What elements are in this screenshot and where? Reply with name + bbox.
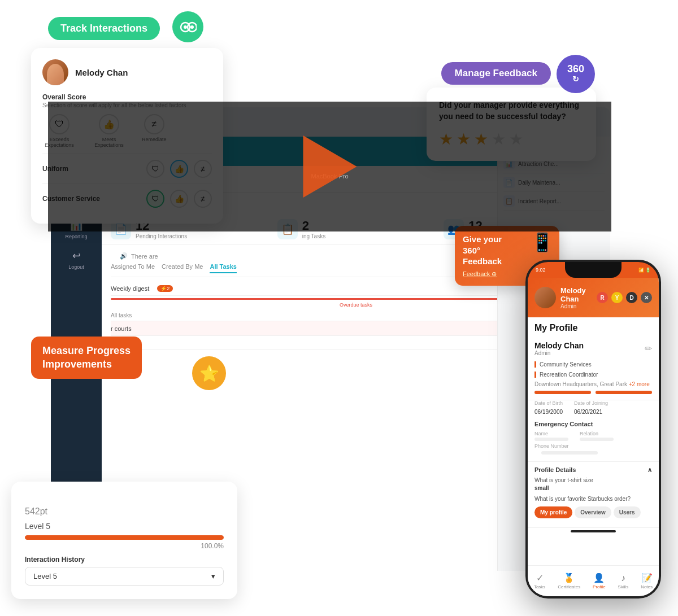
nav-notes[interactable]: 📝 Notes — [641, 573, 653, 589]
tab-assigned-to-me[interactable]: Assigned To Me — [111, 263, 155, 273]
phone-user-name: Melody Chan — [560, 286, 592, 303]
svg-point-3 — [190, 25, 194, 29]
progress-card: 542pt Level 5 100.0% Interaction History… — [11, 482, 237, 599]
tab-overview[interactable]: Overview — [575, 506, 611, 518]
phone-number-label: Phone Number — [534, 443, 652, 449]
profile-details-section: Profile Details ∧ What is your t-shirt s… — [528, 462, 659, 528]
header-icon-d[interactable]: D — [626, 292, 637, 303]
emergency-section: Emergency Contact Name Relation Phone Nu… — [528, 421, 659, 462]
contact-phone-bar — [596, 391, 652, 394]
user-name: Melody Chan — [75, 68, 128, 77]
play-button[interactable] — [303, 136, 357, 198]
svg-point-1 — [184, 25, 187, 29]
nav-tasks[interactable]: ✓ Tasks — [534, 573, 545, 589]
history-select[interactable]: Level 5 ▾ — [25, 567, 224, 586]
star-badge: ⭐ — [192, 356, 226, 390]
score-label: Overall Score — [42, 93, 212, 101]
phone-number-bar — [541, 451, 598, 455]
track-interactions-icon — [172, 11, 203, 42]
phone-frame: 9:02 📶 🔋 Melody Chan Admin R Y D ✕ My Pr… — [525, 260, 661, 598]
phone-orange-header: Melody Chan Admin R Y D ✕ — [528, 278, 659, 317]
measure-progress-badge: Measure Progress Improvements — [31, 337, 142, 379]
tab-users[interactable]: Users — [614, 506, 641, 518]
tab-all-tasks[interactable]: All Tasks — [210, 263, 237, 273]
phone-header-text: Melody Chan Admin — [560, 286, 592, 309]
interaction-history-label: Interaction History — [25, 556, 224, 563]
phone-profile-tabs: My profile Overview Users — [534, 506, 652, 518]
header-icon-y[interactable]: Y — [611, 292, 623, 303]
phone-bottom-nav: ✓ Tasks 🏅 Certificates 👤 Profile ♪ Skill… — [528, 565, 659, 596]
nav-skills[interactable]: ♪ Skills — [618, 573, 629, 589]
phone-indicator — [571, 530, 616, 532]
phone-user-role: Admin — [560, 303, 592, 309]
video-overlay[interactable]: MacBook Pro — [48, 102, 611, 231]
date-row: Date of Birth 06/19/2000 Date of Joining… — [528, 400, 659, 421]
track-interactions-badge: Track Interactions — [48, 17, 160, 40]
profile-name: Melody Chan — [534, 341, 584, 350]
pd-q2: What is your favorite Starbucks order? — [534, 496, 652, 502]
progress-points: 542pt — [25, 495, 224, 519]
badge-360: 360 ↻ — [557, 55, 595, 93]
phone-notch — [565, 262, 621, 278]
progress-level: Level 5 — [25, 522, 224, 531]
progress-bar-fill — [25, 535, 224, 540]
header-icon-r[interactable]: R — [597, 292, 608, 303]
emergency-label: Emergency Contact — [534, 421, 652, 427]
phone-content: Melody Chan Admin R Y D ✕ My Profile Mel… — [528, 278, 659, 596]
pd-q1: What is your t-shirt size — [534, 477, 652, 483]
edit-icon[interactable]: ✏ — [645, 343, 652, 354]
manage-feedback-badge: Manage Feedback — [441, 62, 551, 85]
collapse-icon[interactable]: ∧ — [647, 466, 652, 474]
pd-a1: small — [534, 485, 652, 491]
phone-avatar — [534, 287, 556, 308]
sidebar-item-logout[interactable]: ↩ Logout — [54, 245, 99, 274]
tab-created-by-me[interactable]: Created By Me — [162, 263, 203, 273]
contact-email-bar — [534, 391, 591, 394]
progress-pct: 100.0% — [25, 542, 224, 550]
phone-emoji-icon: 📱 — [531, 231, 554, 253]
nav-profile[interactable]: 👤 Profile — [593, 573, 606, 589]
profile-dept1: Community Services — [534, 361, 592, 368]
tab-my-profile[interactable]: My profile — [534, 506, 572, 518]
avatar — [42, 59, 68, 85]
header-icon-x[interactable]: ✕ — [641, 292, 652, 303]
profile-sub: Admin — [534, 350, 584, 356]
profile-location: Downtown Headquarters, Great Park +2 mor… — [534, 381, 652, 387]
my-profile-title: My Profile — [528, 317, 659, 335]
nav-certificates[interactable]: 🏅 Certificates — [558, 573, 580, 589]
progress-bar-bg — [25, 535, 224, 540]
phone-profile-section: Melody Chan Admin ✏ Community Services R… — [528, 335, 659, 400]
phone-header-icons: R Y D ✕ — [597, 292, 652, 303]
profile-dept2: Recreation Coordinator — [534, 372, 598, 378]
